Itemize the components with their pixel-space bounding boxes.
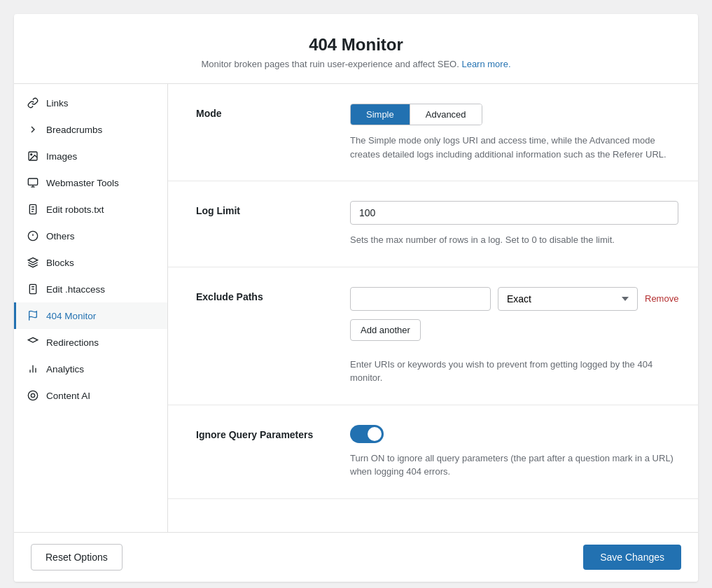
sidebar-item-analytics-label: Analytics [46, 364, 84, 374]
log-limit-help-text: Sets the max number of rows in a log. Se… [350, 233, 678, 247]
exclude-paths-control: Exact Contains Starts With Ends With Rem… [350, 287, 678, 385]
link-icon [27, 97, 39, 109]
log-limit-row: Log Limit Sets the max number of rows in… [196, 201, 678, 247]
sidebar-item-content-ai-label: Content AI [46, 391, 90, 401]
sidebar-item-404-monitor[interactable]: 404 Monitor [14, 302, 167, 329]
sidebar-item-analytics[interactable]: Analytics [14, 356, 167, 382]
htaccess-icon [27, 283, 39, 295]
mode-section: Mode Simple Advanced The Simple mode onl… [168, 84, 698, 181]
exclude-paths-row: Exclude Paths Exact Contains Starts With… [196, 287, 678, 385]
sidebar-item-breadcrumbs[interactable]: Breadcrumbs [14, 116, 167, 143]
footer-bar: Reset Options Save Changes [14, 532, 698, 582]
mode-simple-button[interactable]: Simple [351, 104, 410, 125]
svg-marker-17 [28, 337, 37, 342]
reset-button[interactable]: Reset Options [31, 544, 123, 570]
ignore-query-section: Ignore Query Parameters Turn ON to ignor… [168, 405, 698, 499]
sidebar-item-webmaster-tools-label: Webmaster Tools [46, 178, 119, 188]
breadcrumbs-icon [27, 123, 39, 136]
robots-icon [27, 203, 39, 216]
sidebar-item-edit-htaccess-label: Edit .htaccess [46, 284, 105, 295]
sidebar-item-blocks[interactable]: Blocks [14, 249, 167, 276]
sidebar-item-content-ai[interactable]: Content AI [14, 382, 167, 409]
toggle-slider [350, 425, 384, 443]
save-button[interactable]: Save Changes [583, 545, 681, 570]
monitor-icon [27, 309, 39, 322]
sidebar: Links Breadcrumbs Images W [14, 84, 168, 532]
body-layout: Links Breadcrumbs Images W [14, 84, 698, 532]
sidebar-item-edit-robots-label: Edit robots.txt [46, 204, 104, 215]
ignore-query-toggle-container [350, 425, 678, 443]
mode-label: Mode [196, 104, 322, 119]
redirections-icon [27, 336, 39, 349]
sidebar-item-redirections[interactable]: Redirections [14, 329, 167, 356]
page-description: Monitor broken pages that ruin user-expe… [28, 59, 684, 69]
remove-path-link[interactable]: Remove [645, 293, 678, 304]
sidebar-item-images-label: Images [46, 151, 77, 162]
blocks-icon [27, 256, 39, 269]
learn-more-link[interactable]: Learn more. [461, 59, 510, 69]
sidebar-item-breadcrumbs-label: Breadcrumbs [46, 125, 102, 135]
log-limit-label: Log Limit [196, 201, 322, 216]
sidebar-item-blocks-label: Blocks [46, 258, 74, 268]
mode-control: Simple Advanced The Simple mode only log… [350, 104, 678, 161]
sidebar-item-images[interactable]: Images [14, 143, 167, 169]
sidebar-item-webmaster-tools[interactable]: Webmaster Tools [14, 169, 167, 196]
mode-help-text: The Simple mode only logs URI and access… [350, 134, 678, 161]
exclude-path-input[interactable] [350, 287, 491, 311]
main-content: Mode Simple Advanced The Simple mode onl… [168, 84, 698, 532]
ignore-query-help-text: Turn ON to ignore all query parameters (… [350, 451, 678, 479]
ignore-query-label: Ignore Query Parameters [196, 425, 322, 440]
ignore-query-row: Ignore Query Parameters Turn ON to ignor… [196, 425, 678, 479]
log-limit-input[interactable] [350, 201, 678, 225]
mode-buttons: Simple Advanced [350, 104, 482, 125]
sidebar-item-edit-robots[interactable]: Edit robots.txt [14, 196, 167, 223]
exclude-paths-section: Exclude Paths Exact Contains Starts With… [168, 267, 698, 405]
exclude-paths-label: Exclude Paths [196, 287, 322, 302]
svg-point-21 [28, 391, 37, 400]
svg-point-22 [31, 393, 34, 397]
add-another-button[interactable]: Add another [350, 319, 421, 341]
exclude-paths-help-text: Enter URIs or keywords you wish to preve… [350, 358, 678, 385]
mode-row: Mode Simple Advanced The Simple mode onl… [196, 104, 678, 161]
sidebar-item-redirections-label: Redirections [46, 337, 99, 348]
log-limit-control: Sets the max number of rows in a log. Se… [350, 201, 678, 247]
sidebar-item-404-monitor-label: 404 Monitor [46, 311, 96, 321]
ignore-query-control: Turn ON to ignore all query parameters (… [350, 425, 678, 479]
sidebar-item-others[interactable]: Others [14, 223, 167, 249]
ignore-query-toggle[interactable] [350, 425, 384, 443]
sidebar-item-others-label: Others [46, 231, 75, 241]
app-container: 404 Monitor Monitor broken pages that ru… [14, 14, 698, 582]
page-header: 404 Monitor Monitor broken pages that ru… [14, 14, 698, 84]
images-icon [27, 150, 39, 162]
webmaster-icon [27, 176, 39, 189]
mode-advanced-button[interactable]: Advanced [410, 104, 482, 125]
svg-marker-12 [28, 258, 37, 262]
sidebar-item-links-label: Links [46, 98, 69, 108]
sidebar-item-links[interactable]: Links [14, 90, 167, 116]
exclude-match-select[interactable]: Exact Contains Starts With Ends With [498, 287, 638, 311]
svg-point-1 [31, 154, 32, 155]
sidebar-item-edit-htaccess[interactable]: Edit .htaccess [14, 276, 167, 302]
exclude-path-row: Exact Contains Starts With Ends With Rem… [350, 287, 678, 311]
log-limit-section: Log Limit Sets the max number of rows in… [168, 181, 698, 267]
content-ai-icon [27, 389, 39, 402]
svg-rect-2 [28, 178, 37, 185]
analytics-icon [27, 363, 39, 375]
others-icon [27, 230, 39, 242]
page-title: 404 Monitor [28, 35, 684, 55]
